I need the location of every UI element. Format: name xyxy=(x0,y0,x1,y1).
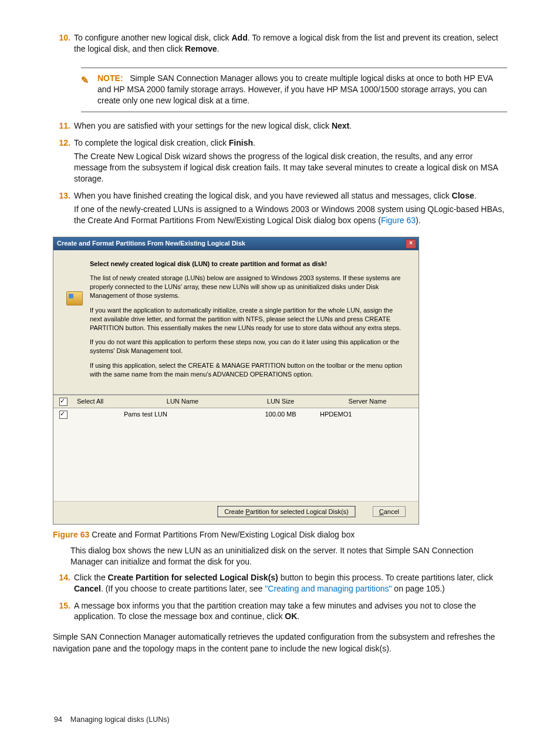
note-icon: ✎ xyxy=(81,75,89,85)
col-lun-name[interactable]: LUN Name xyxy=(120,395,245,408)
step-14: 14. Click the Create Partition for selec… xyxy=(53,572,507,597)
closing-paragraph: Simple SAN Connection Manager automatica… xyxy=(53,631,507,654)
section-title: Managing logical disks (LUNs) xyxy=(70,715,170,724)
body-text: When you have finished creating the logi… xyxy=(74,191,452,200)
dialog-figure: Create and Format Partitions From New/Ex… xyxy=(53,237,507,525)
dialog-paragraph: The list of newly created storage (LUNs)… xyxy=(90,274,406,300)
step-15: 15. A message box informs you that the p… xyxy=(53,600,507,625)
close-icon[interactable]: × xyxy=(406,239,416,248)
step-number: 13. xyxy=(53,190,74,228)
figure-link[interactable]: Figure 63 xyxy=(381,216,416,225)
note-rule-bottom xyxy=(81,112,507,112)
note-label: NOTE: xyxy=(97,73,123,83)
step-12: 12. To complete the logical disk creatio… xyxy=(53,137,507,187)
ui-term-cancel: Cancel xyxy=(74,584,101,593)
body-text: . xyxy=(474,191,477,200)
dialog-titlebar: Create and Format Partitions From New/Ex… xyxy=(53,237,419,250)
figure-label: Figure 63 xyxy=(53,530,89,539)
body-text: . (If you choose to create partitions la… xyxy=(101,584,265,593)
page-number: 94 xyxy=(54,715,62,724)
body-text: When you are satisfied with your setting… xyxy=(74,121,332,130)
body-text: If one of the newly-created LUNs is assi… xyxy=(74,204,504,225)
step-number: 14. xyxy=(53,572,74,597)
cell-lun-name: Pams test LUN xyxy=(120,408,245,421)
body-text: . xyxy=(349,121,352,130)
volume-icon xyxy=(66,291,83,305)
dialog-paragraph: If you do not want this application to p… xyxy=(90,338,406,355)
figure-description: This dialog box shows the new LUN as an … xyxy=(70,545,507,567)
cell-server-name: HPDEMO1 xyxy=(316,408,419,421)
xref-link[interactable]: "Creating and managing partitions" xyxy=(265,584,392,593)
col-lun-size[interactable]: LUN Size xyxy=(245,395,316,408)
body-text: A message box informs you that the parti… xyxy=(74,601,476,621)
step-11: 11. When you are satisfied with your set… xyxy=(53,120,507,134)
note-rule-top xyxy=(81,68,507,68)
cancel-button[interactable]: Cancel xyxy=(373,506,406,517)
body-text: To complete the logical disk creation, c… xyxy=(74,138,229,147)
col-select-all[interactable]: Select All xyxy=(73,395,120,408)
dialog-paragraph: If you want the application to automatic… xyxy=(90,306,406,332)
ui-term-add: Add xyxy=(231,33,247,42)
step-number: 15. xyxy=(53,600,74,625)
figure-caption-text: Create and Format Partitions From New/Ex… xyxy=(89,530,355,539)
ui-term-create-partition: Create Partition for selected Logical Di… xyxy=(108,573,278,582)
table-row[interactable]: Pams test LUN 100.00 MB HPDEMO1 xyxy=(53,408,419,421)
cell-lun-size: 100.00 MB xyxy=(245,408,316,421)
step-number: 12. xyxy=(53,137,74,187)
body-text: To configure another new logical disk, c… xyxy=(74,33,231,42)
ui-term-next: Next xyxy=(332,121,349,130)
step-13: 13. When you have finished creating the … xyxy=(53,190,507,228)
lun-table: Select All LUN Name LUN Size Server Name… xyxy=(53,394,419,502)
body-text: Click the xyxy=(74,573,108,582)
ui-term-close: Close xyxy=(452,191,474,200)
step-10: 10. To configure another new logical dis… xyxy=(53,32,507,57)
step-number: 10. xyxy=(53,32,74,57)
body-text: ). xyxy=(416,216,421,225)
select-all-checkbox[interactable] xyxy=(59,398,68,406)
ui-term-ok: OK xyxy=(285,611,297,621)
dialog-title: Create and Format Partitions From New/Ex… xyxy=(57,239,406,248)
dialog-heading: Select newly created logical disk (LUN) … xyxy=(90,260,406,268)
step-number: 11. xyxy=(53,120,74,134)
body-text: on page 105.) xyxy=(392,584,444,593)
ui-term-finish: Finish xyxy=(229,138,253,147)
body-text: . xyxy=(297,611,299,621)
figure-caption: Figure 63 Create and Format Partitions F… xyxy=(53,529,507,540)
body-text: button to begin this process. To create … xyxy=(278,573,493,582)
col-server-name[interactable]: Server Name xyxy=(316,395,419,408)
body-text: The Create New Logical Disk wizard shows… xyxy=(74,151,507,184)
row-checkbox[interactable] xyxy=(59,411,68,419)
body-text: . xyxy=(217,44,220,53)
body-text: . xyxy=(253,138,255,147)
page-footer: 94 Managing logical disks (LUNs) xyxy=(54,715,170,724)
create-partition-button[interactable]: Create Partition for selected Logical Di… xyxy=(218,506,355,517)
note-body: Simple SAN Connection Manager allows you… xyxy=(97,73,492,105)
ui-term-remove: Remove xyxy=(185,44,217,53)
note-block: ✎ NOTE: Simple SAN Connection Manager al… xyxy=(81,73,507,106)
dialog-paragraph: If using this application, select the CR… xyxy=(90,361,406,379)
